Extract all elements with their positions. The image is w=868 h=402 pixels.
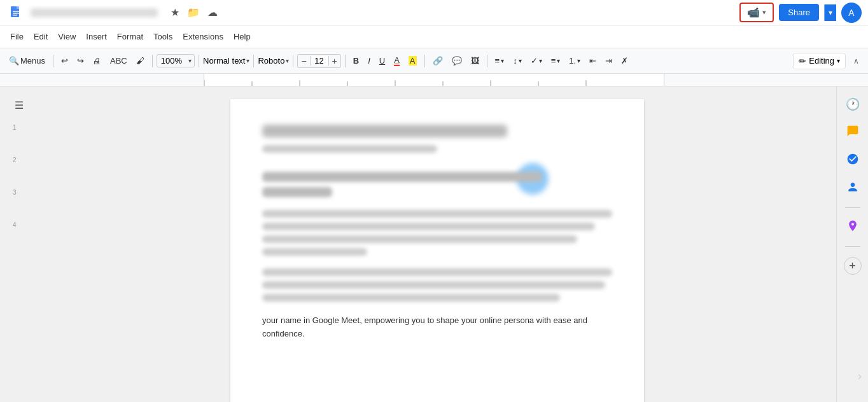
toolbar-sep-6 — [345, 55, 346, 67]
blurred-line-6 — [262, 281, 605, 289]
line-spacing-button[interactable]: ↕ ▾ — [509, 53, 526, 68]
history-sidebar-icon[interactable]: 🕐 — [841, 93, 864, 116]
line-num-2: 2 — [13, 156, 17, 163]
share-button[interactable]: Share — [779, 4, 819, 21]
line-spacing-arrow: ▾ — [519, 57, 522, 64]
meet-button[interactable]: 📹 ▾ — [739, 3, 774, 22]
line-num-3: 3 — [13, 189, 17, 196]
image-button[interactable]: 🖼 — [467, 53, 483, 68]
numbered-list-button[interactable]: 1. ▾ — [565, 53, 584, 68]
collapse-toolbar-button[interactable]: ∧ — [850, 54, 863, 68]
align-button[interactable]: ≡ ▾ — [491, 53, 508, 68]
video-icon: 📹 — [747, 6, 760, 18]
menu-insert[interactable]: Insert — [81, 29, 112, 44]
highlight-icon: A — [409, 56, 417, 66]
add-sidebar-icon[interactable]: + — [844, 257, 862, 275]
checklist-button[interactable]: ✓ ▾ — [527, 53, 546, 68]
move-icon[interactable]: 📁 — [187, 6, 200, 18]
comment-button[interactable]: 💬 — [448, 53, 466, 68]
right-sidebar: 🕐 + › — [836, 87, 868, 402]
font-size-input[interactable] — [310, 56, 329, 66]
outline-icon[interactable]: ☰ — [15, 99, 24, 111]
visible-paragraph: your name in Google Meet, empowering you… — [262, 314, 612, 341]
sidebar-collapse-right[interactable]: › — [858, 370, 862, 383]
zoom-dropdown[interactable]: ▾ — [186, 56, 194, 66]
font-dropdown-container: Roboto ▾ — [258, 56, 289, 66]
line-num-1: 1 — [13, 124, 17, 131]
style-label: Normal text — [203, 56, 245, 66]
menu-format[interactable]: Format — [112, 29, 148, 44]
share-dropdown-button[interactable]: ▾ — [824, 4, 836, 21]
text-color-button[interactable]: A — [390, 53, 403, 69]
svg-rect-1 — [17, 6, 19, 9]
chat-sidebar-icon[interactable] — [841, 121, 864, 144]
svg-rect-4 — [13, 15, 17, 16]
comment-icon: 💬 — [452, 56, 462, 66]
line-num-4: 4 — [13, 221, 17, 228]
decrease-indent-button[interactable]: ⇤ — [585, 53, 600, 68]
spellcheck-icon: ABC — [110, 56, 127, 66]
blurred-line-7 — [262, 294, 560, 302]
blurred-line-4 — [262, 248, 367, 256]
bold-button[interactable]: B — [349, 53, 363, 68]
maps-sidebar-icon[interactable] — [841, 216, 864, 239]
list-button[interactable]: ≡ ▾ — [547, 53, 564, 68]
menu-tools[interactable]: Tools — [148, 29, 178, 44]
toolbar-sep-1 — [53, 55, 53, 67]
paint-format-button[interactable]: 🖌 — [132, 53, 148, 68]
title-bar: ★ 📁 ☁ 📹 ▾ Share ▾ A — [0, 0, 868, 25]
collapse-icon: ∧ — [853, 57, 859, 66]
content-area: ☰ 1 2 3 4 — [0, 87, 868, 402]
toolbar: 🔍 Menus ↩ ↪ 🖨 ABC 🖌 100% ▾ Normal text ▾… — [0, 48, 868, 74]
link-button[interactable]: 🔗 — [429, 53, 447, 68]
style-dropdown-arrow[interactable]: ▾ — [246, 57, 249, 64]
clear-formatting-button[interactable]: ✗ — [617, 53, 632, 68]
font-size-increase[interactable]: + — [329, 55, 340, 67]
menu-file[interactable]: File — [5, 29, 29, 44]
font-dropdown-arrow[interactable]: ▾ — [286, 57, 289, 64]
increase-indent-button[interactable]: ⇥ — [601, 53, 616, 68]
font-size-decrease[interactable]: − — [298, 55, 309, 67]
contacts-sidebar-icon[interactable] — [841, 177, 864, 200]
doc-container[interactable]: your name in Google Meet, empowering you… — [38, 87, 836, 402]
blurred-subtitle-1 — [262, 145, 437, 153]
text-color-icon: A — [394, 55, 400, 66]
doc-page[interactable]: your name in Google Meet, empowering you… — [230, 99, 644, 402]
menu-help[interactable]: Help — [228, 29, 256, 44]
increase-indent-icon: ⇥ — [605, 56, 612, 66]
underline-button[interactable]: U — [375, 53, 389, 68]
zoom-control: 100% ▾ — [157, 54, 195, 67]
list-arrow: ▾ — [557, 57, 560, 64]
zoom-display[interactable]: 100% — [157, 55, 186, 67]
style-dropdown-container: Normal text ▾ — [203, 56, 249, 66]
menu-extensions[interactable]: Extensions — [178, 29, 228, 44]
tasks-sidebar-icon[interactable] — [841, 149, 864, 172]
star-icon[interactable]: ★ — [171, 6, 179, 18]
check-circle-icon — [846, 153, 859, 169]
search-icon: 🔍 — [9, 56, 19, 66]
spellcheck-button[interactable]: ABC — [106, 53, 131, 68]
highlight-button[interactable]: A — [405, 53, 421, 68]
avatar[interactable]: A — [841, 3, 862, 23]
print-button[interactable]: 🖨 — [89, 53, 105, 68]
redo-button[interactable]: ↪ — [73, 53, 88, 68]
checklist-arrow: ▾ — [539, 57, 542, 64]
undo-button[interactable]: ↩ — [57, 53, 72, 68]
title-bar-left: ★ 📁 ☁ — [6, 3, 218, 22]
menu-view[interactable]: View — [53, 29, 81, 44]
cloud-icon[interactable]: ☁ — [207, 6, 218, 18]
toolbar-sep-2 — [152, 55, 153, 67]
image-icon: 🖼 — [471, 56, 479, 66]
clear-formatting-icon: ✗ — [621, 56, 628, 66]
menu-bar: File Edit View Insert Format Tools Exten… — [0, 25, 868, 48]
editing-mode-button[interactable]: ✏ Editing ▾ — [793, 53, 846, 69]
clock-icon: 🕐 — [846, 97, 860, 111]
search-menus-button[interactable]: 🔍 Menus — [5, 53, 49, 68]
meet-chevron: ▾ — [762, 8, 766, 17]
blurred-heading-1 — [262, 172, 542, 182]
italic-button[interactable]: I — [364, 53, 374, 68]
menu-edit[interactable]: Edit — [29, 29, 53, 44]
pencil-icon: ✏ — [799, 56, 806, 66]
ruler-inner — [204, 74, 664, 86]
link-icon: 🔗 — [433, 56, 443, 66]
